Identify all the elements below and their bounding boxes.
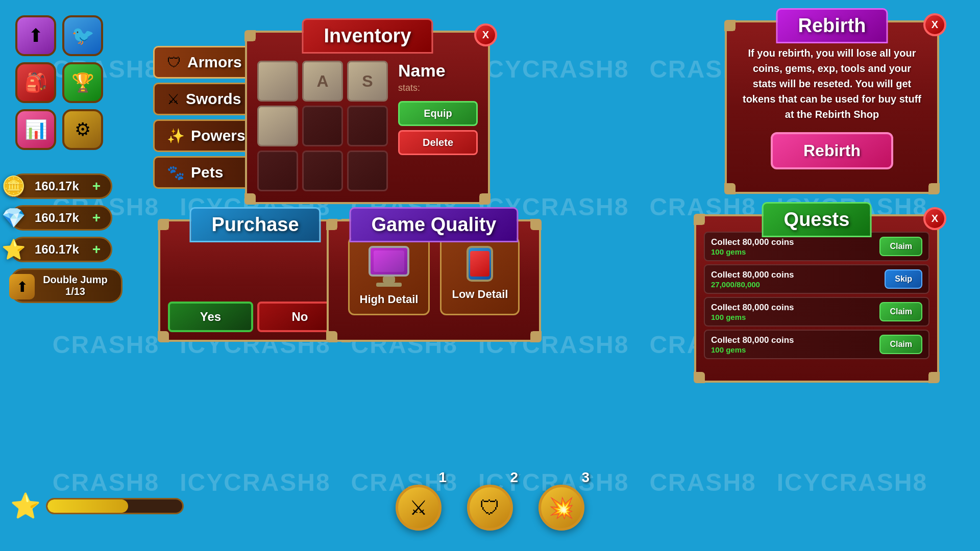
coin-item-2[interactable]: 2 🛡 <box>467 485 513 531</box>
armors-label: Armors <box>187 54 242 71</box>
star-value: 160.17k <box>35 242 79 257</box>
inv-slot-letter-1: A <box>316 72 328 91</box>
inventory-info: Name stats: Equip Delete <box>398 56 478 191</box>
double-jump-label: Double Jump <box>43 274 108 286</box>
twitter-button[interactable]: 🐦 <box>62 15 103 56</box>
inv-slot-8[interactable] <box>347 151 388 191</box>
quest-title-4: Collect 80,000 coins <box>711 335 794 345</box>
rebirth-panel: Rebirth X If you rebirth, you will lose … <box>725 20 939 194</box>
coin-icon: 🪙 <box>2 175 26 197</box>
quest-row-2: Collect 80,000 coins 27,000/80,000 Skip <box>704 264 929 294</box>
gem-value: 160.17k <box>35 211 79 225</box>
left-menu: 🛡 Armors ⚔ Swords ✨ Powers 🐾 Pets <box>153 46 259 189</box>
quest-text-4: Collect 80,000 coins 100 gems <box>711 335 794 354</box>
double-jump-row: ⬆ Double Jump 1/13 <box>10 268 122 303</box>
inv-slot-7[interactable] <box>302 151 343 191</box>
quest-title-1: Collect 80,000 coins <box>711 237 794 247</box>
monitor-container <box>369 246 409 287</box>
delete-button[interactable]: Delete <box>398 130 478 155</box>
quest-list: Collect 80,000 coins 100 gems Claim Coll… <box>704 232 929 359</box>
inventory-close-button[interactable]: X <box>474 23 497 46</box>
xp-star-icon: ⭐ <box>10 492 41 520</box>
inv-slot-4[interactable] <box>302 106 343 146</box>
inv-slot-letter-2: S <box>362 72 373 91</box>
pets-icon: 🐾 <box>167 164 185 181</box>
quests-ribbon: Quests <box>762 202 872 237</box>
coin-number-2: 2 <box>510 469 518 486</box>
settings-button[interactable]: ⚙ <box>62 109 103 150</box>
quest-text-2: Collect 80,000 coins 27,000/80,000 <box>711 270 794 289</box>
menu-item-pets[interactable]: 🐾 Pets <box>153 156 259 189</box>
rebirth-title: Rebirth <box>798 15 866 36</box>
menu-item-armors[interactable]: 🛡 Armors <box>153 46 259 79</box>
inv-slot-1[interactable]: A <box>302 61 343 102</box>
quest-subtitle-2: 27,000/80,000 <box>711 280 794 289</box>
inventory-ribbon: Inventory <box>302 18 433 54</box>
stars-bar: ⭐ 160.17k + <box>10 237 112 262</box>
trophy-button[interactable]: 🏆 <box>62 62 103 103</box>
purchase-panel: Purchase Yes No <box>158 219 352 342</box>
game-quality-panel: Game Quality High Detail Low Detail <box>327 219 541 342</box>
menu-item-powers[interactable]: ✨ Powers <box>153 119 259 152</box>
quest-skip-button-2[interactable]: Skip <box>885 269 922 289</box>
chart-button[interactable]: 📊 <box>15 109 56 150</box>
quality-options: High Detail Low Detail <box>339 237 529 315</box>
powers-icon: ✨ <box>167 128 185 144</box>
coin-item-1[interactable]: 1 ⚔ <box>396 485 442 531</box>
purchase-ribbon: Purchase <box>189 207 321 242</box>
quest-text-3: Collect 80,000 coins 100 gems <box>711 303 794 321</box>
coin-item-3[interactable]: 3 💥 <box>538 485 584 531</box>
monitor-neck <box>383 277 395 283</box>
tablet-container <box>467 246 493 282</box>
coin-plus-button[interactable]: + <box>92 178 101 194</box>
inv-slot-2[interactable]: S <box>347 61 388 102</box>
monitor-stand <box>376 283 402 287</box>
quality-high-option[interactable]: High Detail <box>348 237 430 315</box>
rebirth-close-button[interactable]: X <box>923 13 946 36</box>
inventory-button[interactable]: 🎒 <box>15 62 56 103</box>
quest-subtitle-4: 100 gems <box>711 345 794 354</box>
powers-label: Powers <box>191 127 246 144</box>
purchase-title: Purchase <box>211 214 299 235</box>
quest-title-2: Collect 80,000 coins <box>711 270 794 280</box>
quality-low-option[interactable]: Low Detail <box>440 237 520 315</box>
quests-close-button[interactable]: X <box>923 207 946 230</box>
coin-circle-2: 🛡 <box>467 485 513 531</box>
xp-bar-background <box>46 498 184 514</box>
equip-button[interactable]: Equip <box>398 101 478 126</box>
coin-value: 160.17k <box>35 179 79 193</box>
inv-slot-0[interactable] <box>257 61 298 102</box>
armors-icon: 🛡 <box>167 54 181 71</box>
double-jump-progress: 1/13 <box>65 286 85 297</box>
rebirth-description: If you rebirth, you will lose all your c… <box>740 45 924 122</box>
gems-row: 💎 160.17k + <box>10 205 122 231</box>
item-name: Name <box>398 61 478 81</box>
inventory-grid: A S <box>257 61 388 191</box>
rebirth-ribbon: Rebirth <box>776 8 888 43</box>
menu-item-swords[interactable]: ⚔ Swords <box>153 83 259 115</box>
inventory-panel: Inventory X A S Name stats: Equip Delete <box>245 31 490 204</box>
xp-bar-area: ⭐ <box>10 492 184 520</box>
quality-title: Game Quality <box>372 214 497 235</box>
star-plus-button[interactable]: + <box>92 241 101 258</box>
inv-slot-5[interactable] <box>347 106 388 146</box>
coin-number-3: 3 <box>581 469 590 486</box>
gem-plus-button[interactable]: + <box>92 210 101 226</box>
quest-text-1: Collect 80,000 coins 100 gems <box>711 237 794 256</box>
inv-slot-3[interactable] <box>257 106 298 146</box>
monitor-display <box>374 251 404 272</box>
rebirth-button[interactable]: Rebirth <box>771 132 893 169</box>
inv-slot-6[interactable] <box>257 151 298 191</box>
quest-row-3: Collect 80,000 coins 100 gems Claim <box>704 297 929 327</box>
quests-title: Quests <box>784 209 850 230</box>
quest-claim-button-3[interactable]: Claim <box>879 302 922 321</box>
quest-claim-button-4[interactable]: Claim <box>879 335 922 354</box>
quests-panel: Quests X Collect 80,000 coins 100 gems C… <box>694 214 939 383</box>
tablet-body <box>467 246 493 282</box>
quest-claim-button-1[interactable]: Claim <box>879 237 922 256</box>
currency-panel: 🪙 160.17k + 💎 160.17k + ⭐ 160.17k + ⬆ Do… <box>10 173 122 303</box>
purchase-yes-button[interactable]: Yes <box>168 302 253 332</box>
purchase-btn-row: Yes No <box>168 302 342 332</box>
coin-circle-1: ⚔ <box>396 485 442 531</box>
upgrade-button[interactable]: ⬆ <box>15 15 56 56</box>
